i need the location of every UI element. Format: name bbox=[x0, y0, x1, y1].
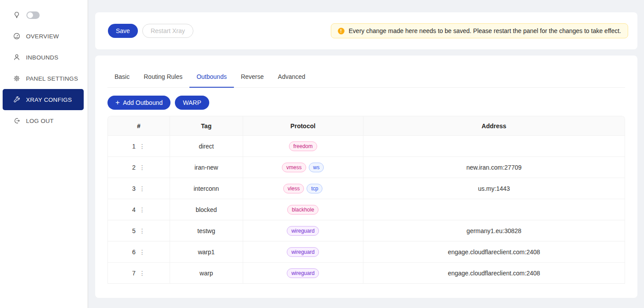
sidebar-item-panel-settings[interactable]: PANEL SETTINGS bbox=[0, 68, 88, 89]
sidebar-item-label: PANEL SETTINGS bbox=[26, 75, 78, 82]
address-cell: new.iran.com:27709 bbox=[363, 157, 625, 178]
sidebar-item-xray-configs[interactable]: XRAY CONFIGS bbox=[3, 89, 84, 110]
add-outbound-button[interactable]: + Add Outbound bbox=[107, 96, 170, 110]
sidebar-item-overview[interactable]: OVERVIEW bbox=[0, 26, 88, 47]
outbounds-table: #TagProtocolAddress 1⋮directfreedom2⋮ira… bbox=[107, 116, 625, 284]
column-header-num: # bbox=[108, 116, 170, 136]
wrench-icon bbox=[13, 96, 20, 103]
protocol-badge: vmess bbox=[282, 163, 306, 172]
main-content: Save Restart Xray ! Every change made he… bbox=[88, 0, 644, 308]
table-row: 7⋮warpwireguardengage.cloudflareclient.c… bbox=[108, 263, 625, 284]
lightbulb-icon bbox=[13, 11, 20, 19]
table-row: 2⋮iran-newvmesswsnew.iran.com:27709 bbox=[108, 157, 625, 178]
protocol-badge: freedom bbox=[289, 141, 317, 151]
tab-outbounds[interactable]: Outbounds bbox=[189, 66, 234, 87]
drag-handle-icon[interactable]: ⋮ bbox=[139, 206, 145, 213]
row-number-cell: 3⋮ bbox=[108, 178, 170, 199]
sidebar-item-inbounds[interactable]: INBOUNDS bbox=[0, 47, 88, 68]
drag-handle-icon[interactable]: ⋮ bbox=[139, 227, 145, 234]
sidebar: OVERVIEWINBOUNDSPANEL SETTINGSXRAY CONFI… bbox=[0, 0, 88, 308]
column-header-protocol: Protocol bbox=[243, 116, 363, 136]
protocol-badge: ws bbox=[309, 163, 324, 172]
sidebar-item-label: LOG OUT bbox=[26, 118, 54, 124]
app-window: OVERVIEWINBOUNDSPANEL SETTINGSXRAY CONFI… bbox=[0, 0, 644, 308]
row-number-cell: 2⋮ bbox=[108, 157, 170, 178]
address-cell: engage.cloudflareclient.com:2408 bbox=[363, 241, 625, 263]
protocol-badge: wireguard bbox=[287, 268, 319, 278]
theme-toggle-row bbox=[0, 6, 88, 24]
tab-advanced[interactable]: Advanced bbox=[271, 66, 312, 87]
column-header-tag: Tag bbox=[170, 116, 243, 136]
tab-routing-rules[interactable]: Routing Rules bbox=[137, 66, 189, 87]
row-number: 4 bbox=[132, 206, 136, 213]
protocol-cell: vmessws bbox=[243, 157, 363, 178]
row-number: 3 bbox=[132, 185, 136, 192]
protocol-badge: wireguard bbox=[287, 247, 319, 257]
address-cell: germany1.eu:30828 bbox=[363, 220, 625, 241]
tab-reverse[interactable]: Reverse bbox=[234, 66, 271, 87]
protocol-badge: wireguard bbox=[287, 226, 319, 236]
row-number: 6 bbox=[132, 249, 136, 256]
warp-button[interactable]: WARP bbox=[175, 96, 209, 110]
protocol-badge: vless bbox=[283, 184, 304, 193]
protocol-cell: wireguard bbox=[243, 263, 363, 284]
address-cell: engage.cloudflareclient.com:2408 bbox=[363, 263, 625, 284]
add-outbound-label: Add Outbound bbox=[123, 99, 163, 106]
protocol-cell: wireguard bbox=[243, 220, 363, 241]
row-number: 7 bbox=[132, 270, 136, 277]
restart-xray-button[interactable]: Restart Xray bbox=[142, 24, 193, 38]
tag-cell: blocked bbox=[170, 199, 243, 220]
address-cell bbox=[363, 199, 625, 220]
table-row: 1⋮directfreedom bbox=[108, 136, 625, 157]
protocol-cell: wireguard bbox=[243, 241, 363, 263]
gear-icon bbox=[13, 75, 20, 82]
table-row: 3⋮interconnvlesstcpus.my:1443 bbox=[108, 178, 625, 199]
row-number-cell: 6⋮ bbox=[108, 241, 170, 263]
tag-cell: direct bbox=[170, 136, 243, 157]
column-header-address: Address bbox=[363, 116, 625, 136]
tag-cell: testwg bbox=[170, 220, 243, 241]
tabs-bar: BasicRouting RulesOutboundsReverseAdvanc… bbox=[107, 66, 625, 88]
protocol-cell: blackhole bbox=[243, 199, 363, 220]
restart-warning-alert: ! Every change made here needs to be sav… bbox=[331, 23, 628, 38]
row-number-cell: 5⋮ bbox=[108, 220, 170, 241]
drag-handle-icon[interactable]: ⋮ bbox=[139, 185, 145, 192]
save-button[interactable]: Save bbox=[108, 24, 138, 38]
drag-handle-icon[interactable]: ⋮ bbox=[139, 164, 145, 171]
address-cell bbox=[363, 136, 625, 157]
xray-configs-card: BasicRouting RulesOutboundsReverseAdvanc… bbox=[95, 56, 637, 298]
drag-handle-icon[interactable]: ⋮ bbox=[139, 249, 145, 256]
sidebar-item-label: OVERVIEW bbox=[26, 33, 59, 40]
tag-cell: warp bbox=[170, 263, 243, 284]
actions-row: + Add Outbound WARP bbox=[107, 96, 625, 110]
table-row: 6⋮warp1wireguardengage.cloudflareclient.… bbox=[108, 241, 625, 263]
dark-theme-toggle[interactable] bbox=[26, 11, 40, 19]
protocol-badge: tcp bbox=[307, 184, 322, 193]
row-number-cell: 7⋮ bbox=[108, 263, 170, 284]
drag-handle-icon[interactable]: ⋮ bbox=[139, 270, 145, 277]
plus-icon: + bbox=[115, 99, 120, 106]
toggle-knob bbox=[27, 12, 33, 18]
row-number: 2 bbox=[132, 164, 136, 171]
protocol-cell: vlesstcp bbox=[243, 178, 363, 199]
toolbar-card: Save Restart Xray ! Every change made he… bbox=[95, 12, 637, 49]
row-number-cell: 4⋮ bbox=[108, 199, 170, 220]
protocol-cell: freedom bbox=[243, 136, 363, 157]
protocol-badge: blackhole bbox=[287, 205, 318, 215]
tab-basic[interactable]: Basic bbox=[107, 66, 137, 87]
row-number: 1 bbox=[132, 143, 136, 150]
alert-text: Every change made here needs to be saved… bbox=[349, 27, 621, 34]
sidebar-item-label: INBOUNDS bbox=[26, 54, 59, 61]
drag-handle-icon[interactable]: ⋮ bbox=[139, 143, 145, 150]
tag-cell: interconn bbox=[170, 178, 243, 199]
table-row: 4⋮blockedblackhole bbox=[108, 199, 625, 220]
table-row: 5⋮testwgwireguardgermany1.eu:30828 bbox=[108, 220, 625, 241]
address-cell: us.my:1443 bbox=[363, 178, 625, 199]
sidebar-nav: OVERVIEWINBOUNDSPANEL SETTINGSXRAY CONFI… bbox=[0, 26, 88, 131]
sidebar-item-log-out[interactable]: LOG OUT bbox=[0, 110, 88, 131]
warning-icon: ! bbox=[338, 28, 344, 34]
tag-cell: warp1 bbox=[170, 241, 243, 263]
sidebar-item-label: XRAY CONFIGS bbox=[26, 96, 72, 103]
user-icon bbox=[13, 54, 20, 61]
tag-cell: iran-new bbox=[170, 157, 243, 178]
